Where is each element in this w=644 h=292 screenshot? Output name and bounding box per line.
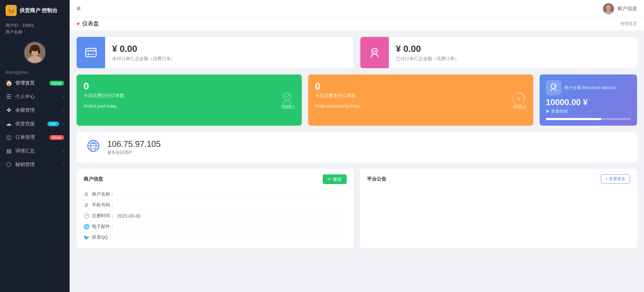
balance-icon <box>546 80 561 95</box>
outstanding-today-card: 0 今日话费未付订单数 Order outstanding today more… <box>308 74 533 126</box>
merchant-name: 商户名称： <box>0 29 70 38</box>
balance-progress-fill <box>546 118 601 120</box>
recharge-arrow: › <box>63 121 64 126</box>
ip-label: 服务器回调IP <box>107 150 160 156</box>
merchant-email-label: 电子邮件： <box>92 223 115 230</box>
unpaid-desc: 未付订单汇总金额（话费订单） <box>112 56 346 62</box>
sidebar-item-orders[interactable]: ◫ 订单管理 Order <box>0 131 70 144</box>
svg-rect-9 <box>86 48 96 57</box>
heart-icon: ♥ <box>77 21 80 27</box>
svg-point-7 <box>606 5 611 10</box>
paid-today-card: 0 今日话费已付订单数 Orders paid today more > <box>77 74 302 126</box>
paid-orders-card: ¥ 0.00 已付订单汇总金额（话费订单） <box>360 37 637 68</box>
home-icon: 🏠 <box>6 80 12 86</box>
nav-keys-text: 秘钥管理 <box>15 161 59 168</box>
breadcrumb-link[interactable]: 管理首页 <box>620 21 637 27</box>
breadcrumb-bar: ♥ 仪表盘 管理首页 <box>70 17 644 31</box>
avatar <box>24 41 46 64</box>
paid-desc: 已付订单汇总金额（话费订单） <box>396 56 630 62</box>
account-area[interactable]: 账户信息 <box>603 3 637 14</box>
sidebar-item-recharge[interactable]: ☁ 供货充值 PAY › <box>0 117 70 131</box>
dashboard-content: ¥ 0.00 未付订单汇总金额（话费订单） ¥ 0.00 已付订单汇总金额（话费… <box>70 31 644 292</box>
nav-recharge-text: 供货充值 <box>15 121 44 127</box>
merchant-phone-row: 🖥 手机号码： <box>84 200 347 211</box>
view-more-button[interactable]: + 查看更多 <box>601 174 630 184</box>
main-content: ≡ 账户信息 ♥ 仪表盘 管理首页 <box>70 0 644 292</box>
page-title: ♥ 仪表盘 <box>77 20 99 27</box>
nav-orders-text: 订单管理 <box>15 134 46 141</box>
svg-point-18 <box>92 142 94 144</box>
balance-title: 商户余额 Merchant balance <box>565 85 616 91</box>
sidebar-item-keys[interactable]: ⬡ 秘钥管理 › <box>0 158 70 171</box>
personal-arrow: › <box>63 94 64 99</box>
sidebar-item-home[interactable]: 🏠 管理首页 home <box>0 76 70 90</box>
sidebar-item-personal[interactable]: ☰ 个人中心 › <box>0 90 70 103</box>
logo-icon: 🐝 <box>6 5 17 16</box>
nav-personal-text: 个人中心 <box>15 94 59 100</box>
merchant-qq-label: 联系QQ： <box>92 234 112 240</box>
unpaid-info: ¥ 0.00 未付订单汇总金额（话费订单） <box>105 38 353 68</box>
topbar-avatar <box>603 3 614 14</box>
edit-merchant-button[interactable]: ✏ 修改 <box>323 174 347 184</box>
sidebar-title: 供货商户 控制台 <box>19 7 57 14</box>
paid-today-more[interactable]: more > <box>282 104 295 109</box>
topbar: ≡ 账户信息 <box>70 0 644 17</box>
menu-toggle[interactable]: ≡ <box>77 5 81 13</box>
balance-detail-link[interactable]: ▶ 查看明细 <box>546 109 631 115</box>
phone-icon: 🖥 <box>84 202 89 208</box>
announce-card-title: 平台公告 <box>367 176 386 182</box>
sidebar-header: 🐝 供货商户 控制台 <box>0 0 70 20</box>
outstanding-more[interactable]: more > <box>513 104 526 109</box>
nav-home-text: 管理首页 <box>15 80 46 86</box>
paid-amount: ¥ 0.00 <box>396 44 630 54</box>
outstanding-bottom: Order outstanding today more > <box>315 104 526 109</box>
keys-icon: ⬡ <box>6 161 12 168</box>
merchant-phone-label: 手机号码： <box>92 202 115 208</box>
recharge-icon: ☁ <box>6 120 12 127</box>
merchant-card-header: 商户信息 ✏ 修改 <box>84 174 347 184</box>
announce-card-header: 平台公告 + 查看更多 <box>367 174 630 184</box>
merchant-card-title: 商户信息 <box>84 176 103 182</box>
unpaid-icon-box <box>77 37 105 68</box>
merchant-reg-row: 🕐 注册时间： 2021-03-30 <box>84 211 347 221</box>
orders-icon: ◫ <box>6 134 12 141</box>
order-badge: Order <box>49 135 64 140</box>
nav-balance-text: 余额管理 <box>15 107 59 113</box>
twitter-icon: 🐦 <box>84 235 89 240</box>
merchant-qq-row: 🐦 联系QQ： <box>84 232 347 243</box>
ip-info: 106.75.97.105 服务器回调IP <box>107 139 160 156</box>
balance-header: 商户余额 Merchant balance <box>546 80 631 95</box>
outstanding-label: 今日话费未付订单数 <box>315 93 526 99</box>
outstanding-sub: Order outstanding today <box>315 104 360 109</box>
balance-progress-bar <box>546 118 631 120</box>
sidebar-item-details[interactable]: ▤ 详情汇总 › <box>0 144 70 158</box>
merchant-name-label: 商户名称： <box>92 191 115 197</box>
paid-today-label: 今日话费已付订单数 <box>84 93 295 99</box>
merchant-email-row: 🌐 电子邮件： <box>84 221 347 232</box>
keys-arrow: › <box>63 162 64 167</box>
paid-today-num: 0 <box>84 81 295 92</box>
ip-icon <box>86 139 100 156</box>
svg-point-14 <box>517 97 520 100</box>
paid-icon-box <box>360 37 389 68</box>
nav-label: Navigation <box>0 66 70 76</box>
account-label: 账户信息 <box>618 6 637 12</box>
details-arrow: › <box>63 149 64 153</box>
unpaid-orders-card: ¥ 0.00 未付订单汇总金额（话费订单） <box>77 37 353 68</box>
svg-point-5 <box>38 49 40 54</box>
sidebar-item-balance[interactable]: ✤ 余额管理 › <box>0 103 70 117</box>
merchant-info-card: 商户信息 ✏ 修改 🖥 商户名称： 🖥 手机号码： 🕐 注册时间： 2021-0… <box>77 169 354 248</box>
svg-point-10 <box>87 53 89 55</box>
merchant-reg-value: 2021-03-30 <box>117 213 141 219</box>
sidebar: 🐝 供货商户 控制台 商户ID：10001 商户名称： Navigation 🏠… <box>0 0 70 292</box>
nav-details-text: 详情汇总 <box>15 148 59 154</box>
personal-icon: ☰ <box>6 93 12 100</box>
merchant-reg-label: 注册时间： <box>92 213 115 219</box>
ip-section: 106.75.97.105 服务器回调IP <box>77 132 637 163</box>
balance-icon: ✤ <box>6 107 12 113</box>
globe-icon: 🌐 <box>84 224 89 229</box>
stats-row-2: 0 今日话费已付订单数 Orders paid today more > 0 今… <box>77 74 637 126</box>
unpaid-amount: ¥ 0.00 <box>112 44 346 54</box>
balance-arrow: › <box>63 108 64 113</box>
stats-row-1: ¥ 0.00 未付订单汇总金额（话费订单） ¥ 0.00 已付订单汇总金额（话费… <box>77 37 637 68</box>
